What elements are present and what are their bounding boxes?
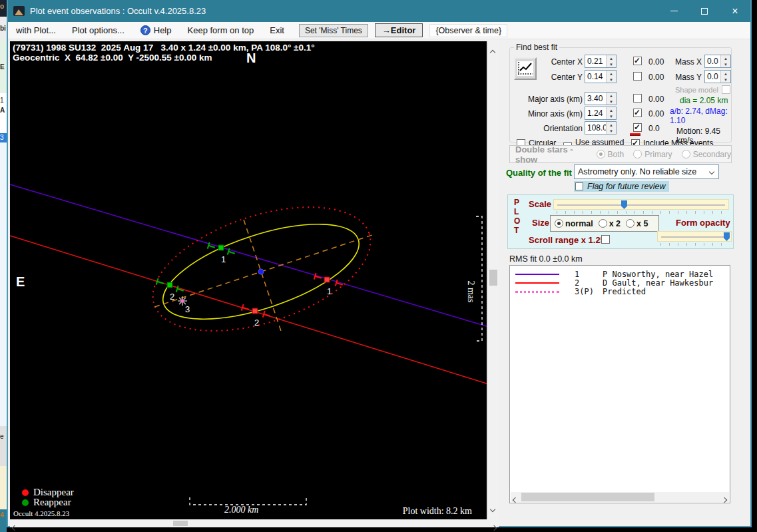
size-x2-option[interactable]: x 2 — [599, 219, 621, 228]
double-stars-primary-option[interactable]: Primary — [633, 150, 672, 159]
chord2-disappear-label: 2 — [254, 318, 259, 328]
center-y-fit-checkbox[interactable] — [633, 72, 642, 81]
spinner-icon[interactable]: ▲▼ — [606, 107, 616, 119]
double-stars-both-option[interactable]: Both — [597, 150, 625, 159]
form-opacity-slider-thumb[interactable] — [724, 232, 730, 241]
radio-icon[interactable] — [599, 219, 607, 228]
observer-time-label: {Observer & time} — [429, 24, 507, 37]
size-label: Size — [532, 218, 549, 228]
size-x5-option[interactable]: x 5 — [626, 219, 648, 228]
plot-header-line1: (79731) 1998 SU132 2025 Aug 17 3.40 x 1.… — [13, 43, 315, 53]
shape-model-checkbox[interactable] — [722, 85, 730, 94]
reappear-arrow — [208, 242, 216, 250]
plot-geometry: 1 2 1 2 — [10, 41, 487, 519]
menu-with-plot[interactable]: with Plot... — [8, 22, 64, 39]
chord1-line — [10, 184, 487, 326]
minimize-button[interactable] — [658, 0, 689, 22]
edge-text-fragment: e — [0, 433, 4, 440]
editor-button[interactable]: →Editor — [375, 23, 423, 37]
edge-text-fragment: 1 — [0, 97, 4, 104]
north-label: N — [246, 51, 256, 66]
plot-horizontal-scrollbar[interactable] — [10, 519, 499, 527]
window-title: Plot event observations : Occult v.4.202… — [30, 6, 206, 16]
size-radio-group: normal x 2 x 5 — [550, 215, 659, 232]
orientation-input[interactable]: 108.0 ▲▼ — [585, 121, 617, 134]
minor-axis-fit-checkbox[interactable] — [633, 109, 642, 117]
title-bar[interactable]: Plot event observations : Occult v.4.202… — [8, 0, 750, 22]
flag-review-option[interactable]: Flag for future review — [574, 181, 669, 192]
scroll-right-icon[interactable] — [492, 521, 496, 532]
legend-reappear: Reappear — [22, 497, 71, 508]
horizontal-scroll-thumb[interactable] — [173, 521, 188, 526]
set-miss-times-button[interactable]: Set 'Miss' Times — [299, 24, 368, 37]
observer-number: 2 — [575, 278, 579, 288]
reappear-marker-1 — [218, 245, 224, 250]
spinner-icon[interactable]: ▲▼ — [720, 71, 730, 83]
minor-axis-input[interactable]: 1.24 ▲▼ — [585, 107, 617, 120]
background-window-edge: o bi E 1 A 3 e 4 — [0, 0, 7, 532]
occult-plot-window: Plot event observations : Occult v.4.202… — [7, 0, 752, 527]
scroll-right-icon[interactable] — [722, 495, 726, 504]
chevron-down-icon — [709, 169, 714, 174]
flag-review-label: Flag for future review — [587, 182, 665, 191]
orientation-fit-checkbox[interactable] — [633, 123, 642, 132]
menu-exit[interactable]: Exit — [262, 22, 292, 39]
radio-icon[interactable] — [633, 150, 642, 158]
double-stars-secondary-option[interactable]: Secondary — [682, 150, 731, 159]
form-opacity-slider[interactable] — [657, 231, 732, 242]
scroll-up-icon[interactable] — [491, 45, 495, 57]
major-axis-fit-checkbox[interactable] — [633, 94, 642, 103]
spinner-icon[interactable]: ▲▼ — [606, 71, 616, 83]
scale-slider-thumb[interactable] — [621, 200, 627, 209]
observer-number: 3(P) — [575, 287, 594, 296]
radio-icon[interactable] — [682, 150, 690, 158]
spinner-icon[interactable]: ▲▼ — [606, 122, 616, 134]
scroll-left-icon[interactable] — [513, 495, 517, 504]
list-item[interactable]: 3(P) Predicted — [510, 287, 730, 296]
vertical-scroll-thumb[interactable] — [489, 270, 497, 286]
major-axis-sigma: 0.00 — [648, 95, 664, 104]
close-button[interactable]: × — [720, 0, 750, 22]
center-y-input[interactable]: 0.14 ▲▼ — [585, 70, 617, 83]
size-normal-option[interactable]: normal — [555, 219, 593, 228]
ellipse-center-marker — [258, 269, 264, 274]
plot-vertical-scrollbar[interactable] — [487, 41, 499, 519]
mass-x-input[interactable]: 0.0 ▲▼ — [704, 55, 731, 68]
menu-keep-on-top[interactable]: Keep form on top — [180, 22, 262, 39]
observer-list[interactable]: 1 P Nosworthy, near Hazel 2 D Gault, nea… — [509, 265, 730, 503]
major-axis-label: Major axis (km) — [519, 95, 583, 104]
find-best-fit-group: Find best fit Center X 0.21 ▲▼ 0.00 Cent… — [509, 43, 732, 142]
flag-review-checkbox[interactable] — [575, 182, 583, 190]
menu-plot-options[interactable]: Plot options... — [64, 22, 132, 39]
list-item[interactable]: 1 P Nosworthy, near Hazel — [510, 270, 730, 278]
occultation-plot-canvas[interactable]: 1 2 1 2 — [10, 41, 487, 519]
edge-text-fragment: E — [0, 63, 5, 71]
scroll-down-icon[interactable] — [491, 502, 495, 514]
radio-icon[interactable] — [555, 219, 563, 228]
center-x-input[interactable]: 0.21 ▲▼ — [585, 55, 617, 68]
scroll-left-icon[interactable] — [13, 521, 17, 532]
edge-text-fragment: A — [0, 107, 5, 114]
mass-y-label: Mass Y — [650, 73, 702, 82]
scale-slider[interactable] — [553, 199, 729, 210]
radio-icon[interactable] — [597, 150, 605, 158]
quality-of-fit-select[interactable]: Astrometry only. No reliable size — [574, 164, 719, 179]
scroll-range-checkbox[interactable] — [601, 235, 610, 244]
major-axis-input[interactable]: 3.40 ▲▼ — [585, 92, 617, 105]
menu-help[interactable]: ? Help — [132, 22, 180, 39]
list-scroll-thumb[interactable] — [521, 493, 654, 501]
disappear-arrow — [242, 304, 250, 312]
list-item[interactable]: 2 D Gault, near Hawkesbur — [510, 278, 730, 287]
form-opacity-label: Form opacity — [676, 218, 730, 228]
center-y-label: Center Y — [519, 73, 583, 82]
radio-icon[interactable] — [626, 219, 634, 228]
center-x-fit-checkbox[interactable] — [633, 57, 642, 65]
spinner-icon[interactable]: ▲▼ — [606, 55, 616, 67]
maximize-button[interactable] — [689, 0, 720, 22]
reappear-marker-2 — [167, 282, 172, 288]
quality-selected-value: Astrometry only. No reliable size — [578, 167, 696, 176]
spinner-icon[interactable]: ▲▼ — [606, 93, 616, 105]
mass-y-input[interactable]: 0.0 ▲▼ — [704, 70, 731, 83]
list-horizontal-scrollbar[interactable] — [511, 492, 729, 502]
spinner-icon[interactable]: ▲▼ — [720, 55, 730, 67]
